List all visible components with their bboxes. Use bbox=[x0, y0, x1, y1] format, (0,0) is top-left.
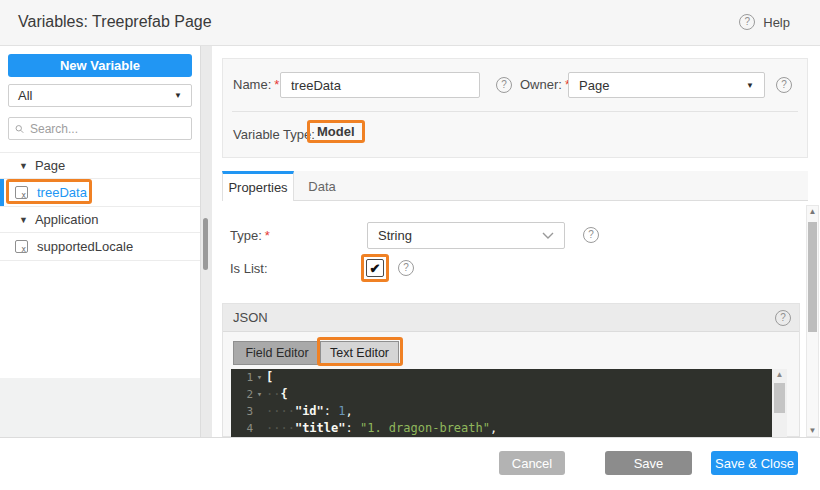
variable-type-value: Model bbox=[307, 120, 365, 143]
tree-item-supportedlocale[interactable]: x supportedLocale bbox=[0, 233, 200, 261]
save-and-close-button[interactable]: Save & Close bbox=[711, 451, 798, 475]
dropdown-arrow-icon: ▼ bbox=[174, 91, 182, 100]
fold-icon[interactable]: ▾ bbox=[253, 386, 266, 403]
variable-icon: x bbox=[15, 186, 28, 199]
save-button[interactable]: Save bbox=[605, 451, 692, 475]
sidebar-scrollbar[interactable] bbox=[200, 46, 212, 437]
filter-selected-value: All bbox=[18, 88, 32, 103]
group-label: Application bbox=[35, 212, 99, 227]
tree-group-application[interactable]: ▼ Application bbox=[0, 207, 200, 233]
variable-tree: ▼ Page x treeData ▼ Application x suppor… bbox=[0, 152, 200, 261]
variable-search[interactable] bbox=[8, 117, 192, 140]
json-help-icon[interactable]: ? bbox=[775, 310, 791, 326]
page-title: Variables: Treeprefab Page bbox=[18, 13, 212, 31]
variable-filter-select[interactable]: All ▼ bbox=[8, 84, 192, 107]
help-icon: ? bbox=[739, 14, 755, 30]
editor-scrollbar-thumb[interactable] bbox=[774, 383, 785, 413]
name-input[interactable] bbox=[280, 72, 480, 98]
search-input[interactable] bbox=[30, 122, 185, 136]
panel-scrollbar[interactable]: ▲ ▼ bbox=[806, 205, 819, 437]
field-editor-button[interactable]: Field Editor bbox=[234, 342, 321, 364]
tab-data[interactable]: Data bbox=[294, 171, 350, 201]
type-selected-value: String bbox=[378, 228, 412, 243]
group-label: Page bbox=[35, 158, 65, 173]
owner-help-icon[interactable]: ? bbox=[776, 77, 792, 93]
required-marker: * bbox=[274, 77, 279, 92]
search-icon bbox=[15, 123, 24, 135]
scroll-up-icon[interactable]: ▲ bbox=[807, 207, 818, 216]
json-code-editor[interactable]: 1 ▾ [ 2 ▾ ·· { 3 ···· "id" : 1 , bbox=[231, 369, 787, 438]
variable-summary-box: Name:* ? Owner:* Page ▼ ? Variable Type:… bbox=[222, 58, 808, 158]
panel-scrollbar-thumb[interactable] bbox=[808, 222, 817, 332]
variables-dialog: Variables: Treeprefab Page ? Help New Va… bbox=[0, 0, 820, 490]
form-divider bbox=[232, 111, 798, 112]
owner-selected-value: Page bbox=[579, 78, 609, 93]
scroll-down-icon[interactable]: ▼ bbox=[807, 426, 818, 435]
dropdown-arrow-icon: ▼ bbox=[746, 81, 754, 90]
code-line: 1 ▾ [ bbox=[231, 369, 787, 386]
name-label: Name:* bbox=[233, 72, 279, 98]
type-help-icon[interactable]: ? bbox=[583, 227, 599, 243]
selected-indicator bbox=[0, 179, 4, 206]
type-label: Type:* bbox=[230, 222, 270, 249]
new-variable-button[interactable]: New Variable bbox=[8, 54, 192, 77]
variable-icon: x bbox=[15, 240, 28, 253]
variable-type-label: Variable Type: bbox=[233, 122, 315, 148]
scroll-up-icon[interactable]: ▲ bbox=[772, 370, 787, 379]
type-select[interactable]: String bbox=[367, 222, 565, 249]
variable-item-label: treeData bbox=[37, 185, 87, 200]
owner-label: Owner:* bbox=[520, 72, 570, 98]
chevron-down-icon: ▼ bbox=[19, 161, 28, 171]
sidebar-empty-area bbox=[0, 378, 200, 437]
name-help-icon[interactable]: ? bbox=[496, 77, 512, 93]
is-list-label: Is List: bbox=[230, 255, 268, 282]
dialog-footer: Cancel Save Save & Close bbox=[0, 437, 820, 490]
variables-sidebar: New Variable All ▼ ▼ Page x treeData ▼ A… bbox=[0, 46, 200, 437]
json-section: JSON ? Field Editor Text Editor 1 ▾ [ 2 … bbox=[222, 303, 800, 437]
code-line: 2 ▾ ·· { bbox=[231, 386, 787, 403]
cancel-button[interactable]: Cancel bbox=[499, 451, 565, 475]
fold-icon[interactable]: ▾ bbox=[253, 369, 266, 386]
text-editor-button[interactable]: Text Editor bbox=[321, 342, 398, 364]
is-list-help-icon[interactable]: ? bbox=[398, 260, 414, 276]
owner-select[interactable]: Page ▼ bbox=[568, 72, 765, 98]
editor-scrollbar[interactable]: ▲ bbox=[772, 369, 787, 438]
json-section-header: JSON ? bbox=[223, 304, 799, 332]
code-line: 3 ···· "id" : 1 , bbox=[231, 403, 787, 420]
editor-mode-toggle: Field Editor Text Editor bbox=[233, 341, 399, 365]
help-link[interactable]: ? Help bbox=[739, 14, 790, 30]
json-title: JSON bbox=[233, 304, 268, 331]
sidebar-scrollbar-thumb[interactable] bbox=[203, 218, 208, 270]
help-label: Help bbox=[763, 15, 790, 30]
code-line: 4 ···· "title" : "1. dragon-breath" , bbox=[231, 420, 787, 437]
tree-item-treedata[interactable]: x treeData bbox=[0, 179, 200, 207]
chevron-down-icon bbox=[542, 232, 554, 240]
editor-tabs: Properties Data bbox=[222, 171, 808, 201]
tab-properties[interactable]: Properties bbox=[222, 171, 294, 201]
required-marker: * bbox=[265, 228, 270, 243]
chevron-down-icon: ▼ bbox=[19, 215, 28, 225]
variable-editor-panel: Name:* ? Owner:* Page ▼ ? Variable Type:… bbox=[212, 46, 820, 437]
dialog-header: Variables: Treeprefab Page ? Help bbox=[0, 0, 820, 46]
variable-item-label: supportedLocale bbox=[37, 239, 133, 254]
is-list-checkbox[interactable]: ✔ bbox=[366, 259, 384, 277]
tree-group-page[interactable]: ▼ Page bbox=[0, 153, 200, 179]
